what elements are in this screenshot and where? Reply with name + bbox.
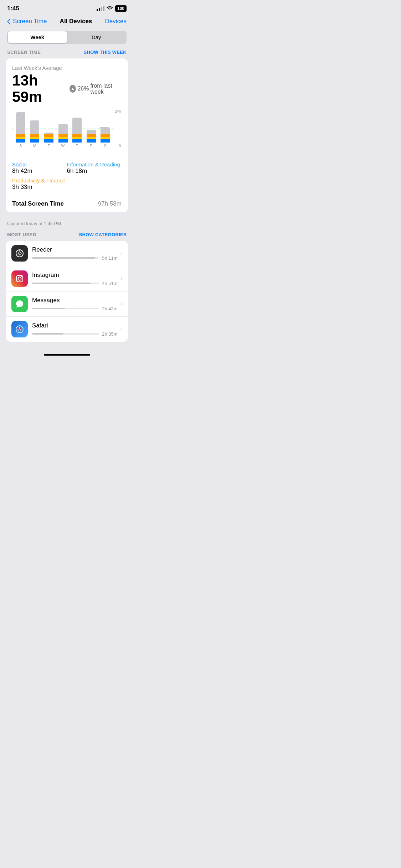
category-info-name: Information & Reading bbox=[67, 161, 122, 167]
total-screen-time-row: Total Screen Time 97h 58m bbox=[12, 195, 122, 212]
chevron-right-icon: › bbox=[120, 301, 122, 307]
app-bar-row: 4h 51m bbox=[32, 281, 118, 286]
bar-saturday: S bbox=[98, 127, 112, 148]
app-bar-fill bbox=[32, 257, 95, 259]
home-indicator bbox=[0, 350, 134, 358]
signal-icon bbox=[97, 6, 104, 11]
y-label-0: 0 bbox=[119, 144, 121, 148]
bar-wednesday: W bbox=[56, 124, 70, 148]
home-bar bbox=[44, 354, 90, 356]
screen-time-header: SCREEN TIME SHOW THIS WEEK bbox=[0, 50, 134, 58]
reeder-icon bbox=[11, 245, 28, 262]
day-label: S bbox=[104, 144, 107, 148]
wifi-icon bbox=[107, 6, 113, 11]
most-used-header: MOST USED SHOW CATEGORIES bbox=[0, 232, 134, 241]
app-name-safari: Safari bbox=[32, 322, 118, 329]
chart-subtitle: Last Week's Average bbox=[12, 65, 122, 71]
category-productivity[interactable]: Productivity & Finance 3h 33m bbox=[12, 177, 67, 191]
bar-tuesday: T bbox=[42, 133, 56, 148]
screen-time-label: SCREEN TIME bbox=[7, 50, 41, 55]
chevron-right-icon: › bbox=[120, 275, 122, 282]
day-label: W bbox=[61, 144, 65, 148]
day-label: T bbox=[48, 144, 50, 148]
day-label: T bbox=[76, 144, 78, 148]
app-info-instagram: Instagram 4h 51m bbox=[32, 272, 118, 286]
app-bar-fill bbox=[32, 333, 63, 335]
arrow-up-icon: ▲ bbox=[70, 85, 76, 93]
app-row-safari[interactable]: Safari 2h 35m › bbox=[6, 317, 128, 342]
chart-bars: S M T bbox=[12, 109, 114, 148]
page-title: All Devices bbox=[60, 18, 92, 25]
segment-week[interactable]: Week bbox=[8, 31, 67, 43]
instagram-icon bbox=[11, 270, 28, 287]
app-bar-fill bbox=[32, 283, 91, 284]
category-productivity-name: Productivity & Finance bbox=[12, 177, 67, 184]
bar-friday: F bbox=[84, 130, 98, 148]
app-info-messages: Messages 2h 43m bbox=[32, 297, 118, 311]
bar-chart: 24h 0 avg S bbox=[12, 109, 122, 156]
app-name-messages: Messages bbox=[32, 297, 118, 304]
app-name-instagram: Instagram bbox=[32, 272, 118, 279]
svg-point-2 bbox=[19, 252, 21, 254]
back-button[interactable]: Screen Time bbox=[7, 18, 47, 25]
battery-icon: 100 bbox=[115, 5, 127, 12]
day-label: F bbox=[90, 144, 92, 148]
category-social-name: Social bbox=[12, 161, 67, 167]
change-indicator: ▲ 26% from last week bbox=[70, 83, 122, 95]
show-categories-button[interactable]: SHOW CATEGORIES bbox=[79, 232, 127, 237]
total-value: 97h 58m bbox=[98, 200, 122, 207]
nav-bar: Screen Time All Devices Devices bbox=[0, 15, 134, 31]
app-bar-bg bbox=[32, 333, 99, 335]
app-bar-bg bbox=[32, 283, 99, 284]
day-label: M bbox=[33, 144, 36, 148]
categories-grid: Social 8h 42m Information & Reading 6h 1… bbox=[12, 157, 122, 192]
svg-point-4 bbox=[18, 277, 21, 280]
app-row-messages[interactable]: Messages 2h 43m › bbox=[6, 291, 128, 317]
status-icons: 100 bbox=[97, 5, 127, 12]
bar-monday: M bbox=[28, 120, 42, 148]
status-bar: 1:45 100 bbox=[0, 0, 134, 15]
week-day-segment[interactable]: Week Day bbox=[7, 31, 127, 44]
screen-time-card: Last Week's Average 13h 59m ▲ 26% from l… bbox=[6, 58, 128, 212]
app-bar-row: 2h 43m bbox=[32, 306, 118, 311]
app-bar-fill bbox=[32, 308, 65, 309]
category-info[interactable]: Information & Reading 6h 18m bbox=[67, 161, 122, 175]
app-time-reeder: 5h 11m bbox=[102, 255, 118, 261]
segment-day[interactable]: Day bbox=[67, 31, 126, 43]
bar-sunday: S bbox=[14, 112, 28, 148]
app-time-messages: 2h 43m bbox=[102, 306, 118, 311]
segment-wrapper: Week Day bbox=[0, 31, 134, 50]
app-row-reeder[interactable]: Reeder 5h 11m › bbox=[6, 241, 128, 266]
day-label: S bbox=[19, 144, 22, 148]
app-bar-row: 5h 11m bbox=[32, 255, 118, 261]
most-used-card: Reeder 5h 11m › Instagram bbox=[6, 241, 128, 342]
app-row-instagram[interactable]: Instagram 4h 51m › bbox=[6, 266, 128, 291]
app-info-safari: Safari 2h 35m bbox=[32, 322, 118, 337]
app-bar-bg bbox=[32, 308, 99, 309]
chevron-right-icon: › bbox=[120, 250, 122, 257]
devices-button[interactable]: Devices bbox=[105, 18, 127, 25]
total-label: Total Screen Time bbox=[12, 200, 64, 207]
chart-y-labels: 24h 0 bbox=[115, 109, 122, 148]
most-used-label: MOST USED bbox=[7, 232, 36, 237]
category-productivity-time: 3h 33m bbox=[12, 184, 67, 191]
app-info-reeder: Reeder 5h 11m bbox=[32, 246, 118, 261]
updated-text: Updated today at 1:45 PM bbox=[0, 218, 134, 232]
app-time-instagram: 4h 51m bbox=[102, 281, 118, 286]
main-time-display: 13h 59m ▲ 26% from last week bbox=[12, 72, 122, 105]
app-bar-bg bbox=[32, 257, 99, 259]
show-this-week-button[interactable]: SHOW THIS WEEK bbox=[84, 50, 127, 55]
category-info-time: 6h 18m bbox=[67, 167, 122, 175]
app-time-safari: 2h 35m bbox=[102, 331, 118, 337]
app-bar-row: 2h 35m bbox=[32, 331, 118, 337]
status-time: 1:45 bbox=[7, 5, 19, 12]
y-label-24: 24h bbox=[115, 109, 121, 113]
svg-point-5 bbox=[21, 276, 22, 277]
category-social-time: 8h 42m bbox=[12, 167, 67, 175]
category-social[interactable]: Social 8h 42m bbox=[12, 161, 67, 175]
app-name-reeder: Reeder bbox=[32, 246, 118, 253]
bar-thursday: T bbox=[70, 118, 84, 148]
chevron-right-icon: › bbox=[120, 326, 122, 332]
messages-icon bbox=[11, 296, 28, 312]
safari-icon bbox=[11, 321, 28, 337]
